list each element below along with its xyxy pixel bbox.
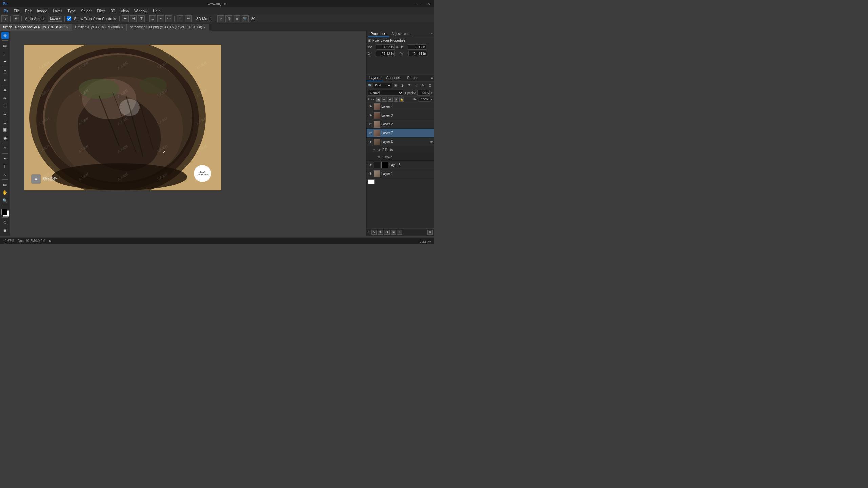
menu-window[interactable]: Window (132, 8, 150, 14)
show-transform-checkbox[interactable] (67, 16, 71, 21)
layer3-visibility[interactable]: 👁 (368, 113, 373, 118)
layer5-visibility[interactable]: 👁 (368, 163, 373, 167)
opacity-input[interactable] (417, 90, 430, 96)
menu-select[interactable]: Select (79, 8, 94, 14)
layer6-visibility[interactable]: 👁 (368, 140, 373, 144)
target-btn[interactable]: ⊕ (234, 15, 240, 22)
layer-stroke-item[interactable]: 👁 Stroke (367, 154, 434, 161)
add-mask-btn[interactable]: ◑ (378, 230, 383, 235)
menu-layer[interactable]: Layer (51, 8, 65, 14)
pixel-filter-btn[interactable]: ▣ (393, 83, 399, 88)
wand-tool[interactable]: ✦ (1, 58, 9, 65)
tab-untitled[interactable]: Untitled-1 @ 33.3% (RGB/8#) ✕ (72, 24, 127, 30)
properties-tab[interactable]: Properties (368, 31, 389, 37)
layers-panel-menu-icon[interactable]: ≡ (431, 76, 433, 80)
menu-image[interactable]: Image (35, 8, 50, 14)
camera-btn[interactable]: 📷 (242, 15, 249, 22)
align-left-btn[interactable]: ⊢ (122, 15, 129, 22)
layer-item-layer7[interactable]: 👁 Layer 7 (367, 129, 434, 138)
layer4-visibility[interactable]: 👁 (368, 104, 373, 109)
align-top-btn[interactable]: ⊥ (149, 15, 156, 22)
more-options-btn[interactable]: ··· (185, 15, 192, 22)
tab-close-2[interactable]: ✕ (121, 26, 124, 29)
align-center-h-btn[interactable]: ≡ (157, 15, 164, 22)
create-group-btn[interactable]: ▣ (391, 230, 396, 235)
menu-view[interactable]: View (118, 8, 131, 14)
eraser-tool[interactable]: ◻ (1, 118, 9, 125)
screen-mode-btn[interactable]: ▣ (1, 227, 9, 234)
settings-btn[interactable]: ⚙ (225, 15, 232, 22)
path-select-tool[interactable]: ↖ (1, 171, 9, 178)
stroke-visibility[interactable]: 👁 (377, 155, 381, 160)
layer-filter-toggle[interactable]: ⊡ (427, 83, 433, 88)
tab-close-3[interactable]: ✕ (203, 26, 206, 29)
delete-layer-btn[interactable]: 🗑 (427, 230, 433, 235)
home-btn[interactable]: ⌂ (1, 15, 8, 22)
channels-tab[interactable]: Channels (383, 75, 404, 81)
close-btn[interactable]: ✕ (426, 2, 431, 6)
y-input[interactable] (408, 51, 427, 56)
distribute-btn[interactable]: ⋮ (177, 15, 183, 22)
shape-filter-btn[interactable]: ◇ (413, 83, 419, 88)
lock-all-btn[interactable]: 🔒 (399, 97, 404, 102)
auto-select-dropdown[interactable]: Layer ▾ (48, 16, 62, 22)
kind-dropdown[interactable]: Kind Name Effect Mode (373, 83, 392, 88)
menu-3d[interactable]: 3D (108, 8, 118, 14)
lock-transparent-btn[interactable]: ▣ (376, 97, 381, 102)
shape-tool[interactable]: ▭ (1, 181, 9, 188)
foreground-color[interactable] (1, 209, 7, 215)
zoom-tool[interactable]: 🔍 (1, 197, 9, 204)
layer-item-layer6[interactable]: 👁 Layer 6 fx (367, 138, 434, 146)
pen-tool[interactable]: ✒ (1, 155, 9, 162)
fill-dropdown-icon[interactable]: ▾ (431, 98, 433, 101)
hand-tool[interactable]: ✋ (1, 189, 9, 196)
menu-ps[interactable]: Ps (1, 8, 11, 14)
paths-tab[interactable]: Paths (405, 75, 419, 81)
tab-screenshot[interactable]: screenshot011.png @ 33.3% (Layer 1, RGB/… (127, 24, 209, 30)
blur-tool[interactable]: ◉ (1, 134, 9, 141)
type-filter-btn[interactable]: T (406, 83, 412, 88)
layer-effects-group[interactable]: ▾ 👁 Effects (367, 146, 434, 154)
add-adjustment-btn[interactable]: ◑ (384, 230, 390, 235)
marquee-tool[interactable]: ▭ (1, 42, 9, 49)
align-center-v-btn[interactable]: ⊣ (130, 15, 137, 22)
brush-tool[interactable]: ✏ (1, 95, 9, 102)
layer-item-layer3[interactable]: 👁 Layer 3 (367, 111, 434, 120)
canvas-background[interactable]: 人人素材 人人素材 人人素材 人人素材 人人素材 人人素材 人人素材 人人素材 … (10, 30, 366, 236)
effects-visibility[interactable]: 👁 (377, 148, 381, 152)
menu-edit[interactable]: Edit (23, 8, 34, 14)
crop-tool[interactable]: ⊡ (1, 68, 9, 76)
spot-heal-tool[interactable]: ⊗ (1, 87, 9, 94)
tab-tutorial-render[interactable]: tutorial_Render.psd @ 49.7% (RGB/8#) * ✕ (0, 24, 72, 30)
quick-mask-btn[interactable]: ⬡ (1, 219, 9, 226)
layer2-visibility[interactable]: 👁 (368, 122, 373, 127)
move-tool[interactable]: ✥ (1, 32, 9, 39)
blend-mode-dropdown[interactable]: Normal Multiply Screen Overlay (368, 90, 403, 96)
create-layer-btn[interactable]: + (397, 230, 402, 235)
lasso-tool[interactable]: ⌇ (1, 50, 9, 57)
add-style-btn[interactable]: fx (371, 230, 377, 235)
align-bottom-btn[interactable]: ⋯ (165, 15, 172, 22)
adjustments-tab[interactable]: Adjustments (389, 31, 413, 37)
layer-item-layer2[interactable]: 👁 Layer 2 (367, 120, 434, 129)
history-tool[interactable]: ↩ (1, 110, 9, 118)
menu-filter[interactable]: Filter (95, 8, 107, 14)
layers-tab[interactable]: Layers (367, 75, 383, 81)
layer7-visibility[interactable]: 👁 (368, 131, 373, 136)
type-tool[interactable]: T (1, 163, 9, 170)
width-input[interactable] (376, 44, 395, 50)
minimize-btn[interactable]: − (414, 2, 418, 6)
menu-file[interactable]: File (11, 8, 22, 14)
clone-tool[interactable]: ⊕ (1, 102, 9, 109)
layer1-visibility[interactable]: 👁 (368, 171, 373, 176)
layer-item-layer4[interactable]: 👁 Layer 4 (367, 102, 434, 111)
lock-position-btn[interactable]: ✥ (388, 97, 393, 102)
panel-menu-icon[interactable]: ≡ (431, 32, 433, 36)
opacity-dropdown-icon[interactable]: ▾ (431, 91, 433, 95)
layer6-fx-icon[interactable]: fx (430, 140, 433, 144)
rotate-3d-btn[interactable]: ↻ (217, 15, 224, 22)
align-right-btn[interactable]: ⊤ (138, 15, 145, 22)
adj-filter-btn[interactable]: ◑ (399, 83, 406, 88)
dodge-tool[interactable]: ○ (1, 145, 9, 152)
smart-filter-btn[interactable]: ⊙ (420, 83, 426, 88)
